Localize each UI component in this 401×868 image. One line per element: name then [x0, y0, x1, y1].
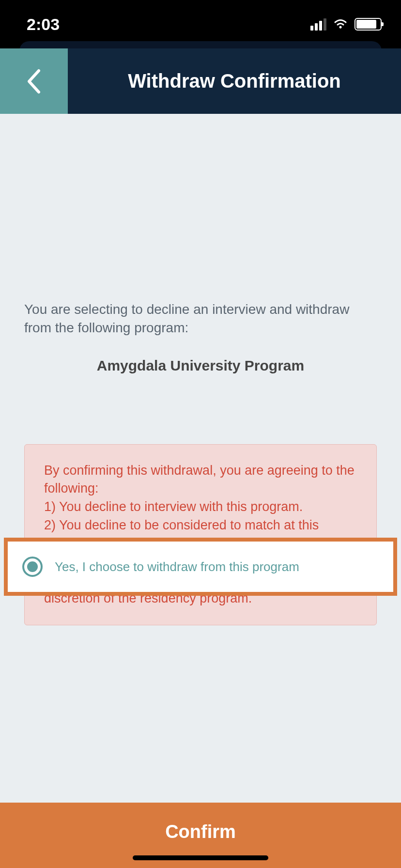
confirm-label: Confirm: [165, 822, 236, 842]
page-title: Withdraw Confirmation: [68, 70, 401, 92]
status-icons: [310, 17, 382, 31]
cellular-signal-icon: [310, 18, 326, 31]
chevron-left-icon: [24, 67, 44, 96]
withdraw-radio-container[interactable]: Yes, I choose to withdraw from this prog…: [4, 538, 397, 596]
back-button[interactable]: [0, 48, 68, 114]
home-indicator[interactable]: [133, 855, 268, 860]
status-time: 2:03: [27, 15, 60, 34]
header-bar: Withdraw Confirmation: [0, 48, 401, 114]
program-name: Amygdala University Program: [24, 357, 377, 374]
warning-box: By confirming this withdrawal, you are a…: [24, 444, 377, 625]
radio-button-icon: [22, 557, 43, 577]
intro-text: You are selecting to decline an intervie…: [24, 300, 377, 337]
battery-icon: [355, 18, 382, 31]
content-area: You are selecting to decline an intervie…: [0, 300, 401, 868]
svg-point-0: [339, 26, 342, 29]
radio-label: Yes, I choose to withdraw from this prog…: [55, 559, 299, 574]
wifi-icon: [332, 17, 349, 31]
